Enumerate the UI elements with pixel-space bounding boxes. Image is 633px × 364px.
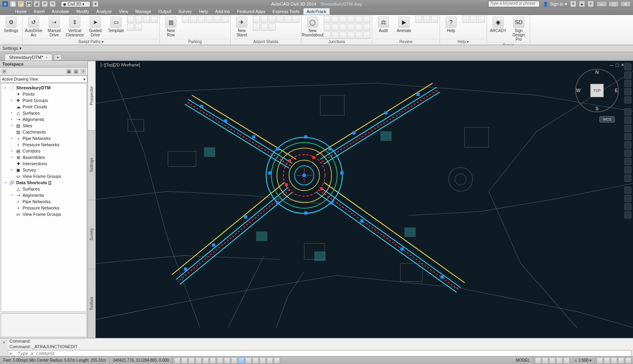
tree-expander-icon[interactable]: + — [10, 149, 14, 153]
command-input-row[interactable]: ▸_ — [8, 350, 631, 356]
nav-showmotion-icon[interactable] — [624, 96, 631, 104]
ribbon-small-button[interactable] — [261, 24, 268, 31]
sb-right-5[interactable] — [625, 357, 631, 364]
help-icon[interactable]: ? — [588, 1, 593, 7]
toolspace-icon-1[interactable]: ▦ — [66, 69, 72, 74]
help-search[interactable]: Type a keyword or phrase — [488, 1, 540, 7]
ribbon-small-button[interactable] — [478, 16, 485, 23]
tree-item-surfaces[interactable]: +△Surfaces — [1, 110, 86, 116]
annotation-scale[interactable]: ⟐ 1:500 ▾ — [571, 356, 595, 364]
ribbon-button-sign-design-pro[interactable]: SDSign Design Pro — [509, 16, 528, 42]
ribbon-small-button[interactable] — [339, 24, 347, 31]
sb-osnap[interactable] — [210, 357, 216, 364]
toolspace-tab-toolbox[interactable]: Toolbox — [88, 269, 95, 338]
sb-otrack[interactable] — [224, 357, 230, 364]
app-logo-icon[interactable]: A — [2, 1, 8, 7]
toolspace-tab-survey[interactable]: Survey — [88, 200, 95, 269]
ribbon-button-new-row[interactable]: ▥New Row — [161, 16, 180, 38]
ribbon-small-button[interactable] — [214, 16, 221, 23]
nav-tool-12[interactable] — [624, 158, 631, 165]
ribbon-small-button[interactable] — [261, 16, 268, 23]
ribbon-button-vertical-clearance[interactable]: ⇕Vertical Clearance — [65, 16, 84, 38]
ribbon-small-button[interactable] — [347, 32, 354, 39]
workspace-selector[interactable]: ◉ Civil 3D ▾ — [61, 1, 90, 7]
sb-infer[interactable] — [174, 357, 180, 364]
nav-pan-icon[interactable] — [624, 72, 631, 79]
ribbon-button-new-roundabout[interactable]: ◯New Roundabout — [303, 16, 322, 38]
sb-3dosnap[interactable] — [217, 357, 223, 364]
ribbon-small-button[interactable] — [151, 16, 158, 23]
toolspace-tab-settings[interactable]: Settings — [88, 130, 95, 199]
ribbon-small-button[interactable] — [462, 16, 469, 23]
ribbon-tab-view[interactable]: View — [116, 8, 131, 15]
ribbon-small-button[interactable] — [127, 24, 134, 31]
model-space-button[interactable]: MODEL — [513, 356, 534, 364]
toolspace-help-icon[interactable]: ? — [80, 69, 86, 74]
tree-item-alignments[interactable]: +⇢Alignments — [1, 192, 86, 198]
ribbon-small-button[interactable] — [182, 16, 189, 23]
nav-tool-7[interactable] — [624, 117, 631, 124]
ribbon-tab-express-tools[interactable]: Express Tools — [269, 8, 303, 15]
sb-layout-2[interactable] — [542, 357, 548, 364]
tree-item-data-shortcuts[interactable]: −🔗Data Shortcuts [] — [1, 179, 86, 186]
viewcube[interactable]: N S E W TOP — [575, 69, 619, 112]
sb-ducs[interactable] — [231, 357, 237, 364]
tree-expander-icon[interactable]: + — [10, 111, 14, 115]
print-icon[interactable]: 🖨 — [34, 1, 40, 7]
tree-item-survey[interactable]: +▣Survey — [1, 167, 86, 173]
tree-item-point-clouds[interactable]: ☁Point Clouds — [1, 104, 86, 110]
ribbon-tab-autotrack[interactable]: AutoTrack — [303, 8, 330, 15]
qat-dropdown-icon[interactable]: ▾ — [93, 1, 98, 7]
ribbon-small-button[interactable] — [423, 16, 430, 23]
sb-right-3[interactable] — [611, 357, 617, 364]
tree-expander-icon[interactable]: + — [10, 168, 14, 172]
ribbon-button-guided-drive[interactable]: ➤Guided Drive — [86, 16, 105, 38]
ribbon-tab-featured-apps[interactable]: Featured Apps — [234, 8, 269, 15]
ribbon-button-settings[interactable]: ⚙Settings — [2, 16, 21, 34]
viewcube-top[interactable]: TOP — [590, 84, 604, 97]
ribbon-small-button[interactable] — [198, 16, 205, 23]
view-selector[interactable]: Active Drawing View▾ — [0, 75, 87, 83]
ribbon-settings-strip[interactable]: Settings ▾ — [0, 45, 633, 52]
ribbon-small-button[interactable] — [143, 16, 150, 23]
toolspace-tab-prospector[interactable]: Prospector — [88, 61, 95, 130]
ribbon-small-button[interactable] — [363, 16, 370, 23]
ribbon-small-button[interactable] — [355, 16, 362, 23]
ribbon-button-manual-drive[interactable]: ⇢Manual Drive — [45, 16, 64, 38]
ribbon-small-button[interactable] — [470, 16, 477, 23]
command-close-icon[interactable]: × — [0, 338, 8, 356]
tree-item-pressure-networks[interactable]: ⫞Pressure Networks — [1, 141, 86, 148]
ribbon-button-audit[interactable]: ⚖Audit — [374, 16, 393, 34]
refresh-icon[interactable]: ⟳ — [2, 69, 7, 74]
minimize-button[interactable]: — — [597, 1, 607, 7]
nav-tool-9[interactable] — [624, 133, 631, 140]
nav-tool-15[interactable] — [624, 187, 631, 194]
ribbon-button-help[interactable]: ?Help — [442, 16, 461, 34]
ribbon-button-arcady[interactable]: ◉ARCADY — [489, 16, 508, 34]
tree-item-corridors[interactable]: +▤Corridors — [1, 148, 86, 154]
nav-tool-10[interactable] — [624, 141, 631, 149]
ribbon-small-button[interactable] — [135, 24, 142, 31]
document-tab[interactable]: ShrewsburyDTM* × — [5, 54, 52, 60]
tree-item-pipe-networks[interactable]: +⫞Pipe Networks — [1, 135, 86, 141]
ribbon-tab-add-ins[interactable]: Add-ins — [212, 8, 233, 15]
ribbon-small-button[interactable] — [415, 16, 422, 23]
tree-item-point-groups[interactable]: +❖Point Groups — [1, 97, 86, 104]
sb-lwt[interactable] — [245, 357, 252, 364]
tree-expander-icon[interactable]: + — [10, 117, 14, 121]
exchange-icon[interactable]: ✕ — [570, 1, 576, 7]
ribbon-small-button[interactable] — [332, 24, 339, 31]
ribbon-small-button[interactable] — [324, 32, 331, 39]
ribbon-tab-home[interactable]: Home — [12, 8, 30, 15]
tree-item-assemblies[interactable]: +⊞Assemblies — [1, 154, 86, 160]
ribbon-tab-survey[interactable]: Survey — [175, 8, 195, 15]
ribbon-small-button[interactable] — [355, 24, 362, 31]
redo-icon[interactable]: ↷ — [50, 1, 55, 7]
nav-tool-6[interactable] — [624, 108, 631, 115]
ribbon-small-button[interactable] — [363, 32, 370, 39]
ribbon-button-autodrive-arc[interactable]: ↺AutoDrive Arc — [24, 16, 43, 38]
nav-tool-18[interactable] — [624, 211, 631, 219]
nav-tool-8[interactable] — [624, 125, 631, 132]
sb-sc[interactable] — [267, 357, 273, 364]
tree-item-surfaces[interactable]: △Surfaces — [1, 186, 86, 192]
